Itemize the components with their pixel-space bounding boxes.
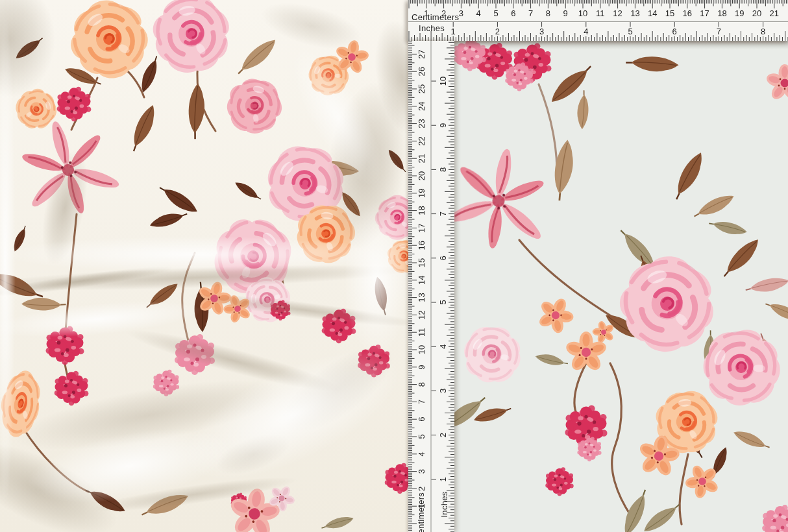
cm-tick-number: 14 — [648, 8, 657, 18]
inch-numbers: 12345678910 — [438, 77, 448, 482]
cm-tick-number: 14 — [417, 276, 426, 285]
inch-tick-number: 3 — [438, 389, 448, 393]
cm-tick-number: 9 — [563, 8, 568, 18]
vertical-inches-label: Inches — [440, 482, 449, 527]
inch-tick-number: 7 — [717, 27, 721, 36]
cm-tick-number: 5 — [417, 434, 426, 439]
inch-tick-number: 5 — [438, 300, 448, 304]
cm-tick-number: 3 — [459, 8, 463, 18]
cm-tick-number: 11 — [596, 8, 605, 18]
vertical-ruler: 1234567891011121314151617181920212223242… — [408, 41, 454, 532]
vertical-centimeters-label: Centimeters — [417, 487, 425, 532]
inch-tick-number: 8 — [761, 27, 765, 36]
inch-tick-number: 7 — [438, 212, 448, 216]
cm-tick-number: 13 — [630, 8, 639, 18]
cm-tick-number: 25 — [417, 84, 426, 93]
fabric-swatch-photo: 1234567891011121314151617181920211234567… — [0, 0, 788, 532]
horizontal-ruler-scale: 1234567891011121314151617181920211234567… — [408, 0, 788, 41]
cm-tick-number: 18 — [417, 206, 426, 215]
cm-tick-number: 27 — [417, 49, 426, 58]
inch-ticks — [409, 22, 788, 41]
cm-tick-number: 16 — [417, 241, 426, 250]
cm-tick-number: 7 — [528, 8, 533, 18]
cm-tick-number: 11 — [417, 328, 426, 337]
inch-tick-number: 4 — [438, 345, 448, 349]
horizontal-ruler: 1234567891011121314151617181920211234567… — [408, 0, 788, 41]
inch-tick-number: 5 — [628, 27, 632, 36]
cm-tick-number: 3 — [417, 469, 426, 474]
cm-tick-number: 6 — [417, 417, 426, 422]
inch-tick-number: 8 — [438, 167, 448, 172]
inch-tick-number: 6 — [672, 27, 677, 36]
inch-tick-number: 1 — [438, 477, 448, 481]
cm-tick-number: 19 — [735, 8, 744, 18]
inch-tick-number: 3 — [539, 27, 544, 36]
cm-tick-number: 22 — [417, 136, 426, 145]
cm-tick-number: 24 — [417, 102, 426, 111]
cm-tick-number: 15 — [665, 8, 674, 18]
cm-tick-number: 8 — [546, 8, 550, 18]
cm-ticks — [409, 0, 788, 8]
cm-tick-number: 5 — [493, 8, 498, 18]
inch-tick-number: 10 — [438, 77, 448, 86]
cm-tick-number: 26 — [417, 67, 426, 76]
cm-tick-number: 10 — [578, 8, 587, 18]
inch-tick-number: 6 — [438, 256, 448, 260]
inch-tick-number: 1 — [451, 27, 456, 36]
cm-numbers: 1234567891011121314151617181920212223242… — [417, 49, 426, 509]
cm-tick-number: 17 — [700, 8, 709, 18]
cm-tick-number: 17 — [417, 223, 426, 232]
cm-tick-number: 21 — [417, 154, 426, 163]
inch-ticks — [432, 42, 455, 531]
cm-tick-number: 18 — [717, 8, 726, 18]
cm-ticks — [408, 42, 417, 531]
cm-tick-number: 15 — [417, 258, 426, 267]
right-fabric-photo — [408, 41, 788, 532]
right-fabric-background — [408, 41, 788, 532]
cm-tick-number: 7 — [417, 400, 426, 404]
inch-tick-number: 9 — [438, 123, 448, 128]
cm-tick-number: 8 — [417, 382, 426, 387]
cm-tick-number: 12 — [613, 8, 622, 18]
cm-tick-number: 9 — [417, 365, 426, 369]
cm-tick-number: 4 — [417, 452, 426, 456]
cm-tick-number: 23 — [417, 119, 426, 128]
vertical-ruler-scale: 1234567891011121314151617181920212223242… — [408, 41, 454, 532]
cm-tick-number: 10 — [417, 345, 426, 354]
cm-tick-number: 20 — [752, 8, 761, 18]
inch-tick-number: 2 — [495, 27, 500, 36]
cm-numbers: 123456789101112131415161718192021 — [424, 8, 779, 18]
cm-tick-number: 4 — [476, 8, 481, 18]
horizontal-centimeters-label: Centimeters — [412, 13, 459, 21]
inch-tick-number: 4 — [584, 27, 588, 36]
cm-tick-number: 12 — [417, 310, 426, 319]
cm-tick-number: 21 — [770, 8, 779, 18]
cm-tick-number: 13 — [417, 293, 426, 302]
cm-tick-number: 16 — [683, 8, 692, 18]
left-fabric-photo — [0, 0, 409, 532]
cm-tick-number: 19 — [417, 189, 426, 198]
cm-tick-number: 6 — [511, 8, 515, 18]
inch-tick-number: 2 — [438, 433, 448, 437]
ruler-cast-shadow-top — [408, 41, 788, 50]
cm-tick-number: 20 — [417, 171, 426, 180]
horizontal-inches-label: Inches — [419, 24, 445, 32]
